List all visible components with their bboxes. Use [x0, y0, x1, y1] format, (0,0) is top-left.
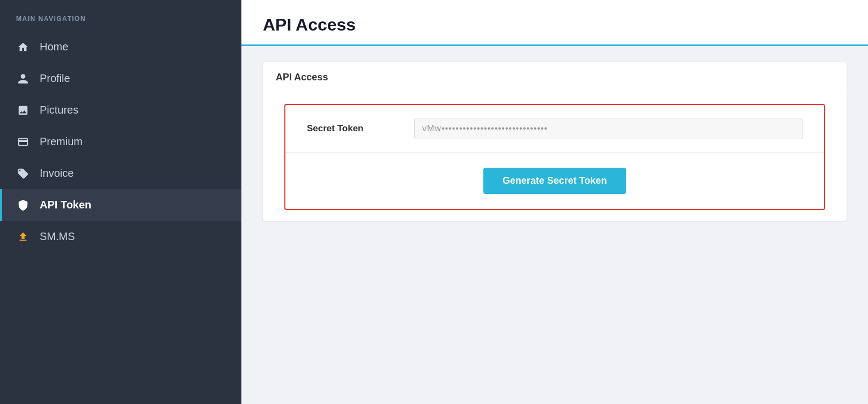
shield-icon: [16, 199, 30, 211]
sidebar-item-label: Pictures: [40, 104, 78, 116]
user-icon: [16, 73, 30, 85]
nav-label: MAIN NAVIGATION: [0, 0, 241, 31]
sidebar-item-smms[interactable]: SM.MS: [0, 221, 241, 252]
highlight-box: Secret Token Generate Secret Token: [284, 104, 825, 210]
sidebar-item-label: Invoice: [40, 167, 73, 179]
sidebar-item-label: Premium: [40, 136, 83, 148]
upload-icon: [16, 231, 30, 243]
sidebar-item-pictures[interactable]: Pictures: [0, 94, 241, 126]
sidebar-item-premium[interactable]: Premium: [0, 126, 241, 158]
page-header: API Access: [241, 0, 868, 46]
form-actions: Generate Secret Token: [285, 153, 824, 209]
sidebar-item-label: Profile: [40, 72, 70, 85]
page-title: API Access: [263, 15, 847, 44]
sidebar: MAIN NAVIGATION Home Profile Pictures Pr…: [0, 0, 241, 404]
sidebar-item-api-token[interactable]: API Token: [0, 189, 241, 221]
sidebar-item-label: SM.MS: [40, 230, 75, 243]
credit-card-icon: [16, 136, 30, 148]
secret-token-label: Secret Token: [307, 123, 414, 134]
home-icon: [16, 41, 30, 53]
api-access-card: API Access Secret Token Generate Secret …: [263, 62, 847, 221]
sidebar-item-label: Home: [40, 41, 68, 53]
secret-token-row: Secret Token: [285, 105, 824, 153]
sidebar-item-profile[interactable]: Profile: [0, 63, 241, 94]
card-title: API Access: [263, 62, 847, 93]
sidebar-item-home[interactable]: Home: [0, 31, 241, 63]
secret-token-input[interactable]: [414, 118, 803, 139]
main-content: API Access API Access Secret Token Gener…: [241, 0, 868, 404]
sidebar-item-label: API Token: [40, 199, 91, 211]
image-icon: [16, 104, 30, 116]
sidebar-item-invoice[interactable]: Invoice: [0, 158, 241, 189]
content-area: API Access Secret Token Generate Secret …: [241, 46, 868, 237]
tag-icon: [16, 168, 30, 179]
generate-token-button[interactable]: Generate Secret Token: [483, 168, 627, 194]
